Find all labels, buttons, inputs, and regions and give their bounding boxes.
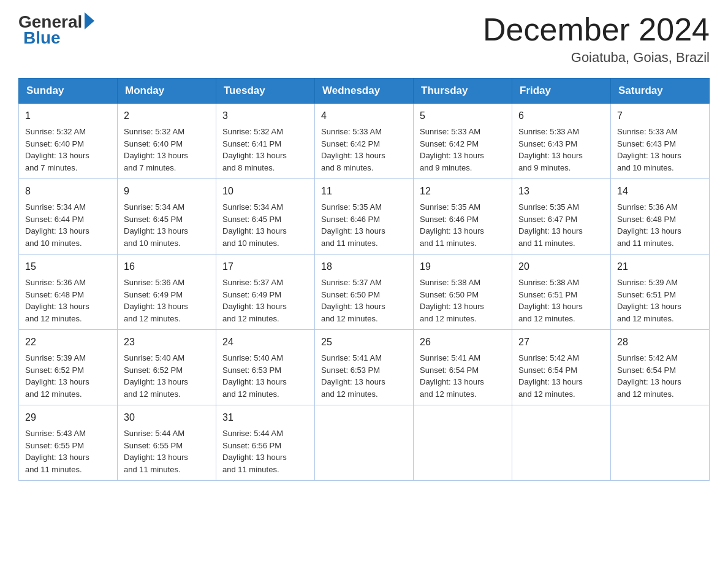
day-number: 5 — [420, 109, 506, 123]
day-info: Sunrise: 5:39 AM Sunset: 6:51 PM Dayligh… — [617, 277, 703, 324]
calendar-cell: 12 Sunrise: 5:35 AM Sunset: 6:46 PM Dayl… — [414, 179, 512, 255]
calendar-cell: 5 Sunrise: 5:33 AM Sunset: 6:42 PM Dayli… — [414, 104, 512, 179]
day-info: Sunrise: 5:37 AM Sunset: 6:49 PM Dayligh… — [222, 277, 308, 324]
calendar-cell: 3 Sunrise: 5:32 AM Sunset: 6:41 PM Dayli… — [216, 104, 315, 179]
day-number: 28 — [617, 335, 703, 350]
calendar-cell: 16 Sunrise: 5:36 AM Sunset: 6:49 PM Dayl… — [118, 255, 216, 330]
day-info: Sunrise: 5:32 AM Sunset: 6:40 PM Dayligh… — [124, 126, 210, 174]
day-number: 12 — [420, 184, 506, 199]
day-number: 27 — [518, 335, 604, 350]
day-number: 3 — [222, 109, 308, 123]
day-info: Sunrise: 5:35 AM Sunset: 6:47 PM Dayligh… — [518, 201, 604, 249]
day-info: Sunrise: 5:38 AM Sunset: 6:50 PM Dayligh… — [420, 277, 506, 324]
calendar-week-row: 8 Sunrise: 5:34 AM Sunset: 6:44 PM Dayli… — [19, 179, 710, 255]
calendar-cell: 6 Sunrise: 5:33 AM Sunset: 6:43 PM Dayli… — [512, 104, 611, 179]
day-number: 17 — [222, 259, 308, 274]
day-info: Sunrise: 5:36 AM Sunset: 6:48 PM Dayligh… — [617, 201, 703, 249]
calendar-table: SundayMondayTuesdayWednesdayThursdayFrid… — [18, 78, 710, 481]
calendar-header-row: SundayMondayTuesdayWednesdayThursdayFrid… — [19, 79, 710, 104]
day-number: 20 — [518, 259, 604, 274]
day-number: 6 — [518, 109, 604, 123]
day-number: 25 — [321, 335, 407, 350]
calendar-week-row: 15 Sunrise: 5:36 AM Sunset: 6:48 PM Dayl… — [19, 255, 710, 330]
calendar-cell: 4 Sunrise: 5:33 AM Sunset: 6:42 PM Dayli… — [315, 104, 414, 179]
day-info: Sunrise: 5:36 AM Sunset: 6:49 PM Dayligh… — [124, 277, 210, 324]
day-info: Sunrise: 5:32 AM Sunset: 6:41 PM Dayligh… — [222, 126, 308, 174]
day-info: Sunrise: 5:35 AM Sunset: 6:46 PM Dayligh… — [420, 201, 506, 249]
day-number: 15 — [25, 259, 111, 274]
day-info: Sunrise: 5:32 AM Sunset: 6:40 PM Dayligh… — [25, 126, 111, 174]
day-info: Sunrise: 5:44 AM Sunset: 6:56 PM Dayligh… — [222, 427, 308, 475]
day-number: 13 — [518, 184, 604, 199]
day-info: Sunrise: 5:34 AM Sunset: 6:45 PM Dayligh… — [124, 201, 210, 249]
calendar-cell — [315, 405, 414, 481]
day-info: Sunrise: 5:34 AM Sunset: 6:45 PM Dayligh… — [222, 201, 308, 249]
day-number: 16 — [124, 259, 210, 274]
day-info: Sunrise: 5:40 AM Sunset: 6:53 PM Dayligh… — [222, 352, 308, 400]
calendar-cell: 10 Sunrise: 5:34 AM Sunset: 6:45 PM Dayl… — [216, 179, 315, 255]
day-number: 23 — [124, 335, 210, 350]
day-info: Sunrise: 5:42 AM Sunset: 6:54 PM Dayligh… — [617, 352, 703, 400]
calendar-cell: 29 Sunrise: 5:43 AM Sunset: 6:55 PM Dayl… — [19, 405, 118, 481]
day-info: Sunrise: 5:37 AM Sunset: 6:50 PM Dayligh… — [321, 277, 407, 324]
calendar-cell: 8 Sunrise: 5:34 AM Sunset: 6:44 PM Dayli… — [19, 179, 118, 255]
calendar-week-row: 1 Sunrise: 5:32 AM Sunset: 6:40 PM Dayli… — [19, 104, 710, 179]
day-number: 2 — [124, 109, 210, 123]
calendar-cell: 17 Sunrise: 5:37 AM Sunset: 6:49 PM Dayl… — [216, 255, 315, 330]
day-info: Sunrise: 5:38 AM Sunset: 6:51 PM Dayligh… — [518, 277, 604, 324]
day-info: Sunrise: 5:33 AM Sunset: 6:43 PM Dayligh… — [518, 126, 604, 174]
day-number: 14 — [617, 184, 703, 199]
day-number: 7 — [617, 109, 703, 123]
calendar-cell: 11 Sunrise: 5:35 AM Sunset: 6:46 PM Dayl… — [315, 179, 414, 255]
calendar-cell: 30 Sunrise: 5:44 AM Sunset: 6:55 PM Dayl… — [118, 405, 216, 481]
calendar-cell: 25 Sunrise: 5:41 AM Sunset: 6:53 PM Dayl… — [315, 330, 414, 405]
calendar-cell: 18 Sunrise: 5:37 AM Sunset: 6:50 PM Dayl… — [315, 255, 414, 330]
logo: General Blue — [18, 12, 94, 48]
day-info: Sunrise: 5:43 AM Sunset: 6:55 PM Dayligh… — [25, 427, 111, 475]
calendar-cell: 13 Sunrise: 5:35 AM Sunset: 6:47 PM Dayl… — [512, 179, 611, 255]
calendar-cell: 23 Sunrise: 5:40 AM Sunset: 6:52 PM Dayl… — [118, 330, 216, 405]
day-info: Sunrise: 5:41 AM Sunset: 6:53 PM Dayligh… — [321, 352, 407, 400]
column-header-friday: Friday — [512, 79, 611, 104]
day-number: 21 — [617, 259, 703, 274]
day-info: Sunrise: 5:39 AM Sunset: 6:52 PM Dayligh… — [25, 352, 111, 400]
page-header: General Blue December 2024 Goiatuba, Goi… — [18, 12, 710, 66]
day-number: 30 — [124, 410, 210, 425]
day-number: 11 — [321, 184, 407, 199]
day-info: Sunrise: 5:34 AM Sunset: 6:44 PM Dayligh… — [25, 201, 111, 249]
column-header-thursday: Thursday — [414, 79, 512, 104]
month-title: December 2024 — [483, 12, 710, 47]
day-number: 29 — [25, 410, 111, 425]
calendar-cell: 26 Sunrise: 5:41 AM Sunset: 6:54 PM Dayl… — [414, 330, 512, 405]
day-number: 8 — [25, 184, 111, 199]
column-header-sunday: Sunday — [19, 79, 118, 104]
calendar-cell: 27 Sunrise: 5:42 AM Sunset: 6:54 PM Dayl… — [512, 330, 611, 405]
calendar-cell: 24 Sunrise: 5:40 AM Sunset: 6:53 PM Dayl… — [216, 330, 315, 405]
day-info: Sunrise: 5:41 AM Sunset: 6:54 PM Dayligh… — [420, 352, 506, 400]
calendar-cell: 31 Sunrise: 5:44 AM Sunset: 6:56 PM Dayl… — [216, 405, 315, 481]
day-number: 9 — [124, 184, 210, 199]
day-info: Sunrise: 5:40 AM Sunset: 6:52 PM Dayligh… — [124, 352, 210, 400]
column-header-wednesday: Wednesday — [315, 79, 414, 104]
day-number: 1 — [25, 109, 111, 123]
title-area: December 2024 Goiatuba, Goias, Brazil — [483, 12, 710, 66]
calendar-cell: 9 Sunrise: 5:34 AM Sunset: 6:45 PM Dayli… — [118, 179, 216, 255]
calendar-cell: 2 Sunrise: 5:32 AM Sunset: 6:40 PM Dayli… — [118, 104, 216, 179]
day-number: 19 — [420, 259, 506, 274]
calendar-cell — [512, 405, 611, 481]
calendar-cell: 21 Sunrise: 5:39 AM Sunset: 6:51 PM Dayl… — [611, 255, 710, 330]
logo-blue-text: Blue — [23, 28, 61, 48]
calendar-cell: 28 Sunrise: 5:42 AM Sunset: 6:54 PM Dayl… — [611, 330, 710, 405]
column-header-monday: Monday — [118, 79, 216, 104]
calendar-cell — [414, 405, 512, 481]
day-number: 18 — [321, 259, 407, 274]
day-info: Sunrise: 5:33 AM Sunset: 6:43 PM Dayligh… — [617, 126, 703, 174]
day-info: Sunrise: 5:36 AM Sunset: 6:48 PM Dayligh… — [25, 277, 111, 324]
column-header-saturday: Saturday — [611, 79, 710, 104]
day-number: 26 — [420, 335, 506, 350]
calendar-cell: 20 Sunrise: 5:38 AM Sunset: 6:51 PM Dayl… — [512, 255, 611, 330]
day-info: Sunrise: 5:33 AM Sunset: 6:42 PM Dayligh… — [321, 126, 407, 174]
day-number: 22 — [25, 335, 111, 350]
day-number: 31 — [222, 410, 308, 425]
calendar-cell: 19 Sunrise: 5:38 AM Sunset: 6:50 PM Dayl… — [414, 255, 512, 330]
